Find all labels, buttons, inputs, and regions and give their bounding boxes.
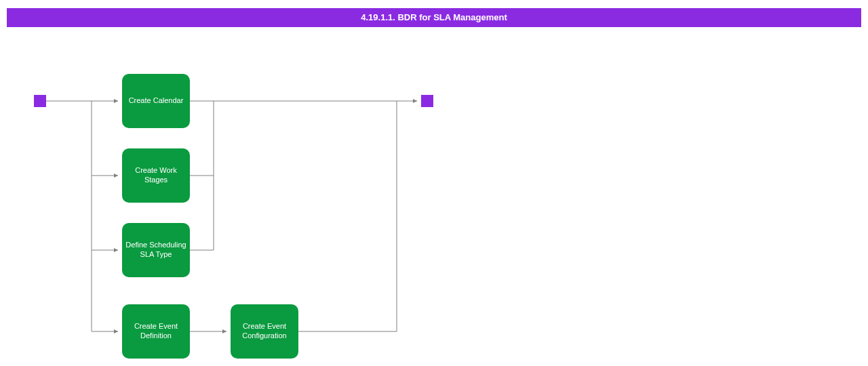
node-create-event-definition[interactable]: Create Event Definition (122, 304, 190, 359)
node-create-work-stages[interactable]: Create Work Stages (122, 148, 190, 203)
node-label: Create Work Stages (125, 166, 187, 185)
flow-end-node (421, 95, 433, 107)
node-label: Create Calendar (129, 96, 184, 106)
node-create-event-configuration[interactable]: Create Event Configuration (231, 304, 298, 359)
node-label: Create Event Configuration (233, 322, 296, 341)
node-create-calendar[interactable]: Create Calendar (122, 74, 190, 128)
node-define-scheduling-sla-type[interactable]: Define Scheduling SLA Type (122, 223, 190, 277)
node-label: Create Event Definition (125, 322, 187, 341)
node-label: Define Scheduling SLA Type (125, 241, 187, 260)
diagram-canvas: Create Calendar Create Work Stages Defin… (0, 0, 868, 366)
flow-start-node (34, 95, 46, 107)
